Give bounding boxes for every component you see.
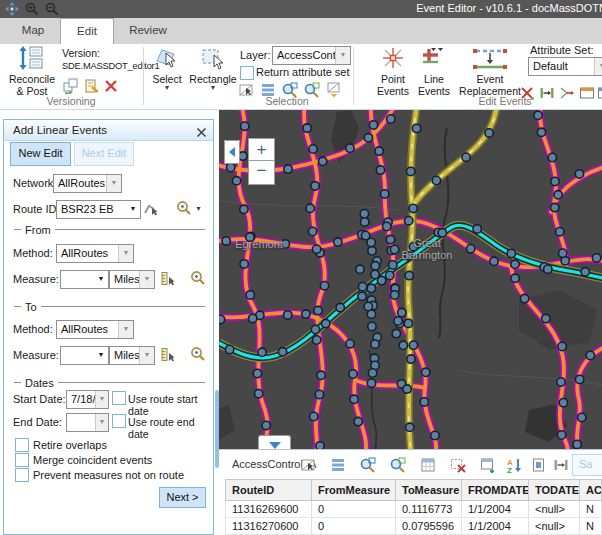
- attribute-set-label: Attribute Set:: [530, 44, 594, 56]
- point-events-label: Point Events: [372, 73, 414, 97]
- start-date-dropdown[interactable]: 7/18/▼: [66, 390, 109, 409]
- table-pan-to-selection-icon[interactable]: [390, 457, 406, 473]
- point-events-button[interactable]: Point Events: [372, 46, 414, 106]
- version-value: SDE.MASSDOT_editor1: [62, 60, 144, 73]
- network-dropdown[interactable]: AllRoutes▼: [53, 174, 122, 193]
- panel-title: Add Linear Events: [13, 124, 107, 136]
- col-tomeasure[interactable]: ToMeasure: [396, 480, 462, 501]
- prevent-measures-label: Prevent measures not on route: [33, 469, 184, 481]
- col-routeid[interactable]: RouteID: [226, 480, 312, 501]
- version-label: Version: SDE.MASSDOT_editor1: [62, 47, 144, 73]
- pan-icon[interactable]: [5, 2, 19, 18]
- delete-version-icon[interactable]: [104, 79, 120, 95]
- merge-coincident-events-checkbox[interactable]: [15, 453, 29, 467]
- select-button[interactable]: Select ▼: [148, 46, 186, 106]
- table-save-button[interactable]: Sa: [572, 454, 602, 476]
- use-route-end-date-checkbox[interactable]: [112, 414, 126, 428]
- table-identify-icon[interactable]: [531, 457, 547, 473]
- from-measure-on-map-icon[interactable]: [160, 271, 176, 287]
- to-unit-dropdown[interactable]: Miles▼: [109, 346, 155, 365]
- panel-header: Add Linear Events: [4, 120, 213, 141]
- tab-review[interactable]: Review: [117, 18, 179, 44]
- refresh-version-icon[interactable]: [63, 78, 79, 94]
- prevent-measures-checkbox[interactable]: [15, 468, 29, 482]
- start-date-label: Start Date:: [13, 393, 66, 405]
- collapse-left-icon: [228, 147, 236, 157]
- map-zoom-out-button[interactable]: −: [248, 160, 275, 185]
- event-attributes-window-icon[interactable]: [579, 85, 595, 101]
- col-fromdate[interactable]: FROMDATE: [462, 480, 529, 501]
- select-route-on-map-icon[interactable]: [143, 201, 159, 217]
- new-version-icon[interactable]: [84, 78, 100, 94]
- select-icon: [155, 46, 179, 70]
- dates-section-separator: Dates: [14, 376, 205, 389]
- layer-dropdown[interactable]: AccessControl_A▼: [272, 46, 351, 65]
- svg-text:Z: Z: [507, 466, 512, 474]
- route-id-dropdown[interactable]: BSR23 EB▼: [56, 200, 141, 219]
- from-method-dropdown[interactable]: AllRoutes▼: [56, 244, 134, 263]
- route-zoom-icon[interactable]: [176, 200, 192, 216]
- to-method-label: Method:: [13, 323, 53, 335]
- from-unit-dropdown[interactable]: Miles▼: [109, 270, 155, 289]
- tab-edit[interactable]: Edit: [60, 18, 114, 44]
- return-attribute-set-checkbox[interactable]: [240, 66, 254, 80]
- table-row[interactable]: 11316269600 0 0.1116773 1/1/2004 <null> …: [226, 501, 602, 518]
- selection-group-label: Selection: [232, 95, 342, 107]
- event-panel-icon[interactable]: [597, 85, 602, 101]
- event-replacement-label: Event Replacement: [452, 73, 528, 97]
- table-select-polygon-icon[interactable]: [300, 457, 316, 473]
- merge-coincident-events-label: Merge coincident events: [33, 454, 152, 466]
- use-route-start-date-checkbox[interactable]: [112, 391, 126, 405]
- table-show-selected-icon[interactable]: [330, 457, 346, 473]
- table-measure-icon[interactable]: [553, 457, 569, 473]
- col-todate[interactable]: TODATE: [529, 480, 580, 501]
- close-panel-icon[interactable]: [196, 124, 207, 144]
- collapse-table-button[interactable]: [258, 435, 291, 449]
- versioning-group-label: Versioning: [0, 95, 142, 107]
- zoom-in-icon[interactable]: [25, 2, 39, 18]
- merge-events-icon[interactable]: [559, 85, 575, 101]
- new-edit-button[interactable]: New Edit: [10, 142, 71, 166]
- route-id-label: Route ID:: [13, 203, 59, 215]
- map-label-egremont: Egremont: [229, 238, 289, 250]
- table-clear-selection-icon[interactable]: [450, 457, 466, 473]
- end-date-dropdown[interactable]: ▼: [66, 413, 109, 432]
- from-measure-zoom-icon[interactable]: [190, 270, 206, 286]
- next-edit-button[interactable]: Next Edit: [74, 142, 134, 166]
- title-bar: Event Editor - v10.6.1 - docMassDOTN: [0, 0, 602, 18]
- map-label-great-barrington: Great Barrington: [395, 237, 459, 261]
- next-button[interactable]: Next >: [159, 487, 206, 508]
- to-method-dropdown[interactable]: AllRoutes▼: [56, 320, 134, 339]
- use-route-end-date-label: Use route end date: [128, 416, 213, 440]
- table-header-row: RouteID FromMeasure ToMeasure FROMDATE T…: [226, 480, 602, 501]
- map-graphics: [219, 110, 602, 449]
- use-route-start-date-label: Use route start date: [128, 393, 213, 417]
- window-title: Event Editor - v10.6.1 - docMassDOTN: [416, 2, 602, 14]
- to-measure-on-map-icon[interactable]: [160, 347, 176, 363]
- table-row[interactable]: 11316270600 0 0.0795596 1/1/2004 <null> …: [226, 518, 602, 535]
- table-calculate-icon[interactable]: [420, 457, 436, 473]
- layer-label: Layer:: [240, 49, 271, 61]
- to-measure-zoom-icon[interactable]: [190, 346, 206, 362]
- collapse-panel-button[interactable]: [224, 140, 240, 164]
- event-replacement-icon: [469, 46, 511, 70]
- col-ac[interactable]: AC: [580, 480, 602, 501]
- from-measure-dropdown[interactable]: ▼: [60, 270, 109, 289]
- to-measure-label: Measure:: [13, 349, 59, 361]
- zoom-out-icon[interactable]: [45, 2, 59, 18]
- reconcile-icon: [19, 46, 45, 70]
- attribute-set-dropdown[interactable]: Default▼: [528, 57, 602, 76]
- table-sort-icon[interactable]: A Z: [506, 457, 522, 473]
- edit-events-group-label: Edit Events: [450, 95, 560, 107]
- retire-overlaps-checkbox[interactable]: [15, 438, 29, 452]
- point-events-icon: [381, 46, 405, 70]
- to-measure-dropdown[interactable]: ▼: [60, 346, 109, 365]
- tab-map[interactable]: Map: [8, 18, 58, 44]
- map-canvas[interactable]: Egremont Great Barrington + −: [219, 110, 602, 449]
- table-zoom-to-selection-icon[interactable]: [360, 457, 376, 473]
- line-events-button[interactable]: Line Events: [414, 46, 454, 106]
- col-frommeasure[interactable]: FromMeasure: [312, 480, 396, 501]
- route-zoom-caret-icon[interactable]: ▼: [195, 206, 202, 212]
- rectangle-button[interactable]: Rectangle ▼: [188, 46, 238, 106]
- table-add-record-icon[interactable]: [480, 457, 496, 473]
